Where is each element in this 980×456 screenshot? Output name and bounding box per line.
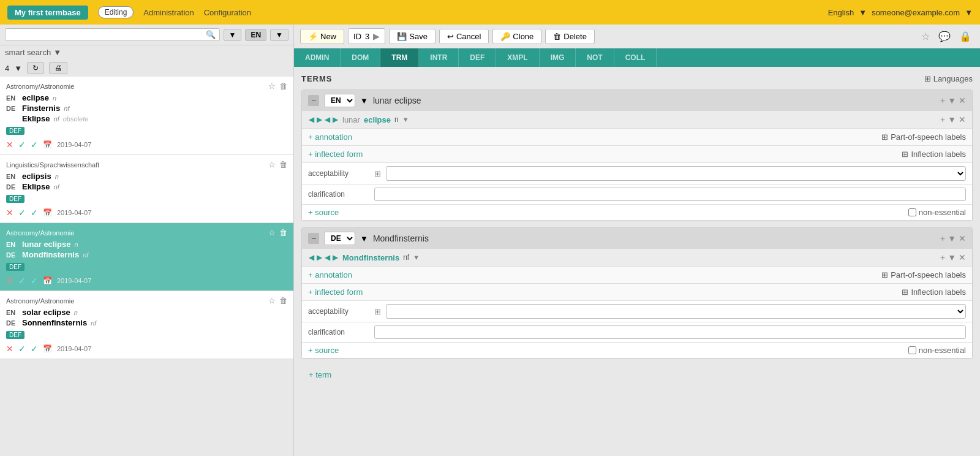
en-pos-labels[interactable]: ⊞ Part-of-speech labels [881, 132, 966, 142]
approve-icon[interactable]: ✓ [18, 276, 26, 286]
en-acceptability-copy[interactable]: ⊞ [374, 169, 381, 178]
tab-intr[interactable]: INTR [419, 48, 459, 67]
de-arrow-right2[interactable]: ▶ [332, 253, 339, 262]
en-non-essential-checkbox[interactable]: non-essential [908, 208, 966, 217]
lang-dropdown-icon[interactable]: ▼ [859, 8, 867, 17]
en-block-close-btn[interactable]: ✕ [959, 96, 966, 105]
tab-trm[interactable]: TRM [380, 48, 419, 67]
en-acceptability-select[interactable]: preferred admitted deprecated [386, 166, 966, 181]
reject-icon[interactable]: ✕ [6, 140, 13, 150]
de-arrow-left2[interactable]: ◀ [324, 253, 331, 262]
tab-img[interactable]: IMG [540, 48, 576, 67]
de-block-close-btn[interactable]: ✕ [959, 234, 966, 243]
filter-dropdown-button[interactable]: ▼ [224, 29, 242, 41]
de-term-more-btn[interactable]: ▼ [948, 253, 956, 262]
de-term-pos-dropdown[interactable]: ▼ [413, 254, 420, 261]
en-arrow-left1[interactable]: ◀ [308, 115, 315, 124]
delete-icon[interactable]: 🗑 [279, 296, 287, 305]
de-acceptability-copy[interactable]: ⊞ [374, 307, 381, 316]
tab-def[interactable]: DEF [459, 48, 496, 67]
de-acceptability-select[interactable]: preferred admitted deprecated [386, 304, 966, 319]
star-icon[interactable]: ☆ [268, 296, 276, 305]
lang-filter-dropdown[interactable]: ▼ [270, 29, 288, 41]
de-term-add-btn[interactable]: + [940, 253, 945, 262]
tab-coll[interactable]: COLL [614, 48, 657, 67]
en-arrow-left2[interactable]: ◀ [324, 115, 331, 124]
de-source-row[interactable]: + source non-essential [302, 343, 972, 359]
list-item[interactable]: Astronomy/Astronomie ☆ 🗑 EN eclipse n DE… [0, 77, 293, 155]
de-block-more-btn[interactable]: ▼ [948, 234, 956, 243]
en-block-add-btn[interactable]: + [940, 96, 945, 105]
clone-button[interactable]: 🔑 Clone [492, 29, 541, 44]
delete-icon[interactable]: 🗑 [279, 160, 287, 169]
en-arrow-right2[interactable]: ▶ [332, 115, 339, 124]
language-selector[interactable]: English [828, 8, 854, 17]
de-arrow-left1[interactable]: ◀ [308, 253, 315, 262]
tab-xmpl[interactable]: XMPL [496, 48, 539, 67]
lock-toolbar-button[interactable]: 🔒 [957, 29, 974, 44]
reject-icon[interactable]: ✕ [6, 344, 13, 354]
en-arrow-right1[interactable]: ▶ [316, 115, 323, 124]
de-block-add-btn[interactable]: + [940, 234, 945, 243]
new-button[interactable]: ⚡ New [300, 29, 344, 44]
de-pos-labels[interactable]: ⊞ Part-of-speech labels [881, 270, 966, 279]
en-annotation-row[interactable]: + annotation ⊞ Part-of-speech labels [302, 129, 972, 146]
approve2-icon[interactable]: ✓ [31, 140, 38, 150]
list-item[interactable]: Linguistics/Sprachwissenschaft ☆ 🗑 EN ec… [0, 155, 293, 223]
en-inflection-labels[interactable]: ⊞ Inflection labels [902, 150, 966, 159]
search-box[interactable]: 🔍 [5, 28, 220, 41]
de-term-close-btn[interactable]: ✕ [959, 253, 966, 262]
de-annotation-row[interactable]: + annotation ⊞ Part-of-speech labels [302, 267, 972, 284]
en-term-add-btn[interactable]: + [940, 115, 945, 124]
star-icon[interactable]: ☆ [268, 160, 276, 169]
list-item-active[interactable]: Astronomy/Astronomie ☆ 🗑 EN lunar eclips… [0, 223, 293, 291]
brand-button[interactable]: My first termbase [7, 6, 88, 20]
approve-icon[interactable]: ✓ [18, 208, 26, 218]
count-dropdown-icon[interactable]: ▼ [14, 64, 22, 73]
refresh-button[interactable]: ↻ [27, 62, 44, 74]
de-non-essential-checkbox[interactable]: non-essential [908, 346, 966, 355]
en-term-close-btn[interactable]: ✕ [959, 115, 966, 124]
tab-not[interactable]: NOT [576, 48, 614, 67]
comment-toolbar-button[interactable]: 💬 [936, 29, 953, 44]
en-collapse-button[interactable]: − [308, 95, 319, 106]
delete-icon[interactable]: 🗑 [279, 228, 287, 237]
en-term-more-btn[interactable]: ▼ [948, 115, 956, 124]
smart-search-dropdown-icon[interactable]: ▼ [53, 48, 61, 57]
print-button[interactable]: 🖨 [49, 62, 67, 74]
nav-configuration[interactable]: Configuration [204, 8, 251, 17]
en-non-essential-check[interactable] [908, 208, 916, 216]
star-toolbar-button[interactable]: ☆ [919, 29, 932, 44]
de-inflected-row[interactable]: + inflected form ⊞ Inflection labels [302, 284, 972, 301]
de-lang-dropdown-icon[interactable]: ▼ [360, 234, 368, 243]
delete-button[interactable]: 🗑 Delete [545, 29, 595, 44]
approve-icon[interactable]: ✓ [18, 344, 26, 354]
de-lang-select[interactable]: DE EN [324, 232, 355, 245]
de-clarification-input[interactable] [374, 325, 966, 339]
tab-admin[interactable]: ADMIN [294, 48, 341, 67]
user-dropdown-icon[interactable]: ▼ [965, 8, 973, 17]
en-inflected-row[interactable]: + inflected form ⊞ Inflection labels [302, 146, 972, 163]
approve2-icon[interactable]: ✓ [31, 344, 38, 354]
approve-icon[interactable]: ✓ [18, 140, 26, 150]
star-icon[interactable]: ☆ [268, 82, 276, 91]
approve2-icon[interactable]: ✓ [31, 276, 38, 286]
calendar-icon[interactable]: 📅 [43, 276, 52, 285]
calendar-icon[interactable]: 📅 [43, 208, 52, 217]
approve2-icon[interactable]: ✓ [31, 208, 38, 218]
tab-dom[interactable]: DOM [341, 48, 380, 67]
reject-icon[interactable]: ✕ [6, 276, 13, 286]
save-button[interactable]: 💾 Save [389, 29, 435, 44]
calendar-icon[interactable]: 📅 [43, 140, 52, 149]
de-arrow-right1[interactable]: ▶ [316, 253, 323, 262]
id-next-button[interactable]: ▶ [373, 31, 380, 41]
add-term-button[interactable]: + term [301, 365, 973, 384]
en-lang-dropdown-icon[interactable]: ▼ [360, 96, 368, 105]
en-lang-select[interactable]: EN DE [324, 94, 355, 107]
en-block-more-btn[interactable]: ▼ [948, 96, 956, 105]
de-inflection-labels[interactable]: ⊞ Inflection labels [902, 287, 966, 297]
cancel-button[interactable]: ↩ Cancel [439, 29, 489, 44]
star-icon[interactable]: ☆ [268, 228, 276, 237]
en-clarification-input[interactable] [374, 188, 966, 201]
languages-link[interactable]: ⊞ Languages [924, 74, 973, 83]
